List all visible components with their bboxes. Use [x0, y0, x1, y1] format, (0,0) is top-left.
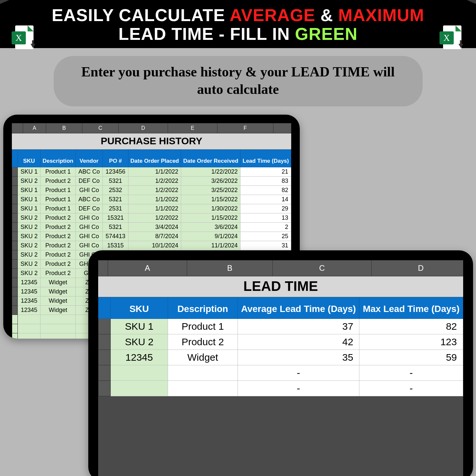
cell[interactable]: ABC Co: [75, 167, 102, 177]
cell[interactable]: 1/2/2022: [128, 186, 181, 195]
cell[interactable]: SKU 2: [18, 250, 41, 260]
cell[interactable]: 9/1/2024: [181, 232, 240, 241]
cell[interactable]: 10/1/2024: [128, 241, 181, 250]
table-row: SKU 1Product 1GHI Co25321/2/20223/25/202…: [12, 186, 291, 195]
cell[interactable]: 1/15/2022: [181, 195, 240, 204]
table-row: SKU 1Product 1DEF Co25311/1/20221/30/202…: [12, 204, 291, 213]
table-row: SKU 2Product 242123: [98, 334, 463, 350]
cell[interactable]: GHI Co: [75, 213, 102, 223]
cell[interactable]: 574413: [103, 232, 128, 241]
cell[interactable]: GHI Co: [75, 186, 102, 195]
table-row: SKU 2Product 2GHI Co1531510/1/202411/1/2…: [12, 241, 291, 250]
cell[interactable]: Widget: [41, 306, 76, 315]
cell[interactable]: SKU 1: [18, 186, 41, 195]
cell[interactable]: [41, 333, 76, 339]
cell[interactable]: 1/1/2022: [128, 195, 181, 204]
cell[interactable]: Product 1: [41, 167, 76, 177]
title-average: AVERAGE: [230, 6, 315, 25]
table-row: SKU 2Product 2GHI Co53213/4/20243/6/2024…: [12, 223, 291, 232]
cell[interactable]: 15321: [103, 213, 128, 223]
cell[interactable]: Product 2: [41, 269, 76, 278]
cell[interactable]: 12345: [18, 306, 41, 315]
cell[interactable]: Widget: [41, 296, 76, 306]
cell[interactable]: Product 2: [41, 213, 76, 223]
cell[interactable]: SKU 1: [18, 167, 41, 177]
title-part-1: EASILY CALCULATE: [52, 6, 230, 25]
cell[interactable]: 1/2/2022: [128, 213, 181, 223]
cell[interactable]: 3/6/2024: [181, 223, 240, 232]
table-row: --: [98, 380, 463, 396]
cell[interactable]: 1/1/2022: [128, 204, 181, 213]
cell[interactable]: SKU 1: [111, 319, 168, 334]
cell[interactable]: 1/2/2022: [128, 177, 181, 186]
cell: Product 2: [168, 334, 238, 350]
cell[interactable]: [41, 324, 76, 333]
lead-time-sheet: ABCD LEAD TIME SKUDescriptionAverage Lea…: [98, 260, 463, 476]
column-header: Description: [168, 297, 238, 319]
cell[interactable]: Product 1: [41, 186, 76, 195]
cell[interactable]: SKU 1: [18, 195, 41, 204]
column-header: SKU: [111, 297, 168, 319]
cell[interactable]: Product 1: [41, 195, 76, 204]
cell[interactable]: Product 2: [41, 241, 76, 250]
cell[interactable]: 123456: [103, 167, 128, 177]
cell[interactable]: 1/30/2022: [181, 204, 240, 213]
cell[interactable]: 5321: [103, 195, 128, 204]
cell[interactable]: 3/25/2022: [181, 186, 240, 195]
cell[interactable]: 2531: [103, 204, 128, 213]
table-row: SKU 2Product 2GHI Co5744138/7/20249/1/20…: [12, 232, 291, 241]
cell[interactable]: [18, 324, 41, 333]
cell[interactable]: [111, 365, 168, 380]
cell[interactable]: 12345: [18, 287, 41, 296]
cell[interactable]: 12345: [111, 350, 168, 365]
cell[interactable]: Product 2: [41, 232, 76, 241]
cell[interactable]: 12345: [18, 296, 41, 306]
cell[interactable]: 1/1/2022: [128, 167, 181, 177]
cell[interactable]: Product 1: [41, 204, 76, 213]
cell[interactable]: 8/7/2024: [128, 232, 181, 241]
cell: Product 1: [168, 319, 238, 334]
cell[interactable]: 11/1/2024: [181, 241, 240, 250]
cell[interactable]: Widget: [41, 278, 76, 287]
cell[interactable]: 5321: [103, 177, 128, 186]
column-header: Date Order Received: [181, 150, 240, 167]
cell[interactable]: SKU 1: [18, 204, 41, 213]
cell: 42: [238, 334, 359, 350]
cell: 35: [238, 350, 359, 365]
title-banner: EASILY CALCULATE AVERAGE & MAXIMUM LEAD …: [0, 0, 476, 48]
cell[interactable]: SKU 2: [18, 232, 41, 241]
column-letter: D: [119, 123, 168, 133]
cell[interactable]: SKU 2: [18, 177, 41, 186]
cell[interactable]: SKU 2: [18, 269, 41, 278]
cell[interactable]: 5321: [103, 223, 128, 232]
cell[interactable]: Product 2: [41, 177, 76, 186]
cell[interactable]: Product 2: [41, 260, 76, 269]
cell[interactable]: DEF Co: [75, 177, 102, 186]
cell[interactable]: 3/4/2024: [128, 223, 181, 232]
cell[interactable]: 12345: [18, 278, 41, 287]
cell[interactable]: SKU 2: [18, 213, 41, 223]
cell[interactable]: 2532: [103, 186, 128, 195]
cell: 82: [240, 186, 291, 195]
cell[interactable]: SKU 2: [111, 334, 168, 350]
cell[interactable]: 1/22/2022: [181, 167, 240, 177]
cell[interactable]: [18, 333, 41, 339]
cell[interactable]: DEF Co: [75, 204, 102, 213]
cell[interactable]: SKU 2: [18, 223, 41, 232]
cell[interactable]: Product 2: [41, 223, 76, 232]
cell[interactable]: ABC Co: [75, 195, 102, 204]
cell[interactable]: GHI Co: [75, 223, 102, 232]
cell[interactable]: [111, 380, 168, 396]
cell[interactable]: GHI Co: [75, 241, 102, 250]
cell[interactable]: 15315: [103, 241, 128, 250]
cell[interactable]: [18, 315, 41, 324]
cell[interactable]: GHI Co: [75, 232, 102, 241]
device-frame-lead-time: ABCD LEAD TIME SKUDescriptionAverage Lea…: [88, 250, 473, 476]
cell[interactable]: 3/26/2022: [181, 177, 240, 186]
cell[interactable]: SKU 2: [18, 241, 41, 250]
cell[interactable]: Widget: [41, 287, 76, 296]
cell[interactable]: 1/15/2022: [181, 213, 240, 223]
cell[interactable]: [41, 315, 76, 324]
cell[interactable]: SKU 2: [18, 260, 41, 269]
cell[interactable]: Product 2: [41, 250, 76, 260]
